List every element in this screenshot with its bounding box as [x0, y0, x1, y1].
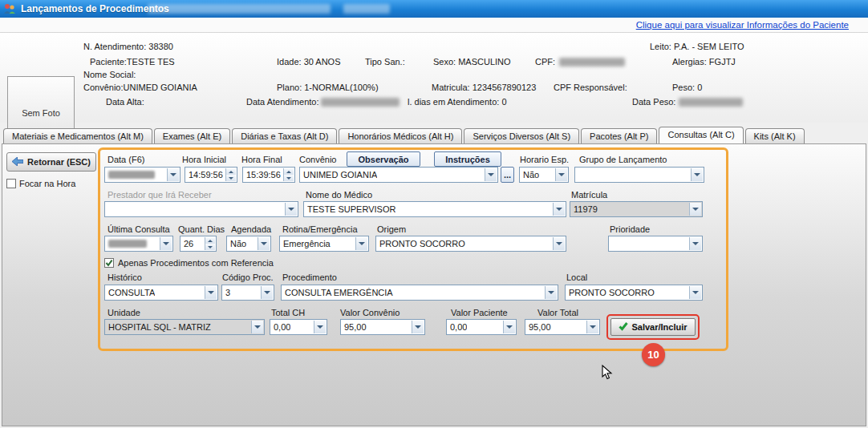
chevron-down-icon[interactable] [485, 168, 497, 181]
chevron-down-icon[interactable] [314, 321, 326, 333]
tab-kits[interactable]: Kits (Alt K) [745, 128, 805, 143]
chevron-down-icon[interactable] [503, 321, 515, 333]
chevron-down-icon[interactable] [545, 286, 557, 299]
spin-down-icon [283, 175, 294, 181]
chevron-down-icon[interactable] [251, 321, 263, 333]
data-f6-combo[interactable] [104, 167, 180, 183]
total-ch-value: 0,00 [274, 322, 290, 332]
codigo-proc-combo[interactable]: 3 [221, 285, 274, 301]
convenio-lookup-button[interactable]: ... [501, 167, 514, 183]
chevron-down-icon[interactable] [205, 286, 217, 299]
dias-atendimento-value: l. dias em Atendimento: 0 [408, 97, 507, 107]
chevron-down-icon[interactable] [689, 286, 701, 299]
nome-medico-combo[interactable]: TESTE SUPERVISOR [303, 201, 566, 217]
redacted-title-text [148, 4, 331, 14]
historico-combo[interactable]: CONSULTA [104, 285, 218, 301]
tab-honorarios-medicos[interactable]: Honorários Médicos (Alt H) [339, 128, 462, 143]
cpf-responsavel-label: CPF Responsável: [554, 83, 627, 92]
apenas-referencia-checkbox[interactable] [104, 258, 114, 268]
tab-bar: Materiais e Medicamentos (Alt M) Exames … [3, 127, 805, 143]
tab-pacotes[interactable]: Pacotes (Alt P) [581, 128, 657, 143]
chevron-down-icon[interactable] [355, 237, 367, 250]
valor-convenio-combo[interactable]: 95,00 [340, 319, 425, 335]
procedimento-combo[interactable]: CONSULTA EMERGÊNCIA [281, 285, 558, 301]
chevron-down-icon[interactable] [586, 321, 598, 333]
tab-servicos-diversos[interactable]: Serviços Diversos (Alt S) [464, 128, 579, 143]
spinner-buttons[interactable] [283, 168, 294, 181]
chevron-down-icon[interactable] [285, 203, 297, 216]
spin-up-icon [205, 237, 215, 244]
peso-value: Peso: 0 [672, 83, 702, 92]
observacao-button[interactable]: Observação [347, 151, 420, 167]
spinner-buttons[interactable] [205, 237, 215, 250]
horario-esp-combo[interactable]: Não [519, 167, 569, 183]
mouse-cursor [602, 365, 613, 382]
codigo-proc-value: 3 [225, 288, 230, 297]
alergias-value: Alergias: FGJTJ [672, 57, 736, 67]
prestador-label: Prestador que Irá Receber [107, 190, 212, 200]
tab-consultas[interactable]: Consultas (Alt C) [659, 127, 743, 143]
prioridade-combo[interactable] [608, 236, 703, 252]
tab-diarias-taxas[interactable]: Diárias e Taxas (Alt D) [232, 128, 337, 143]
valor-total-combo[interactable]: 95,00 [525, 319, 600, 335]
quant-dias-value: 26 [184, 239, 193, 248]
nome-medico-label: Nome do Médico [306, 190, 372, 200]
rotina-emergencia-label: Rotina/Emergência [282, 224, 358, 234]
data-peso-label: Data Peso: [632, 97, 675, 107]
chevron-down-icon[interactable] [691, 168, 703, 181]
agendada-combo[interactable]: Não [226, 236, 271, 252]
ultima-consulta-label: Última Consulta [107, 224, 170, 234]
ultima-consulta-combo[interactable] [104, 236, 173, 252]
chevron-down-icon[interactable] [553, 237, 565, 250]
matricula-combo[interactable]: 11979 [570, 201, 703, 217]
local-combo[interactable]: PRONTO SOCORRO [565, 285, 703, 301]
paciente-value: Paciente:TESTE TES [90, 57, 175, 67]
valor-paciente-label: Valor Paciente [451, 308, 508, 317]
chevron-down-icon[interactable] [261, 286, 273, 299]
agendada-value: Não [230, 239, 246, 248]
chevron-down-icon[interactable] [553, 203, 565, 216]
redacted-date-value [108, 171, 155, 179]
spinner-buttons[interactable] [225, 168, 236, 181]
unidade-value: HOSPITAL SQL - MATRIZ [108, 322, 211, 332]
data-atendimento-label: Data Atendimento: [246, 97, 319, 107]
back-arrow-icon [12, 157, 23, 168]
unidade-combo[interactable]: HOSPITAL SQL - MATRIZ [104, 319, 265, 335]
instrucoes-button[interactable]: Instruções [434, 151, 501, 167]
chevron-down-icon[interactable] [555, 168, 567, 181]
chevron-down-icon[interactable] [160, 237, 172, 250]
patient-info-link[interactable]: Clique aqui para visualizar Informações … [636, 20, 849, 30]
total-ch-combo[interactable]: 0,00 [270, 319, 327, 335]
hora-inicial-label: Hora Inicial [182, 155, 226, 164]
origem-combo[interactable]: PRONTO SOCORRO [375, 236, 566, 252]
procedimento-label: Procedimento [282, 273, 337, 282]
tab-materiais-medicamentos[interactable]: Materiais e Medicamentos (Alt M) [3, 128, 152, 143]
valor-paciente-combo[interactable]: 0,00 [446, 319, 517, 335]
chevron-down-icon[interactable] [167, 168, 179, 181]
tipo-sanguineo-label: Tipo San.: [365, 57, 405, 67]
chevron-down-icon[interactable] [689, 203, 701, 216]
convenio-label: Convênio [299, 155, 336, 164]
horario-esp-value: Não [523, 170, 539, 180]
return-button[interactable]: Retornar (ESC) [6, 152, 96, 172]
chevron-down-icon[interactable] [689, 237, 701, 250]
focar-na-hora-label: Focar na Hora [19, 179, 75, 188]
redacted-data-atendimento [321, 98, 400, 107]
hora-final-spinner[interactable]: 15:39:56 [242, 167, 295, 183]
prestador-combo[interactable] [104, 201, 298, 217]
chevron-down-icon[interactable] [258, 237, 270, 250]
rotina-emergencia-combo[interactable]: Emergência [279, 236, 369, 252]
tab-exames[interactable]: Exames (Alt E) [154, 128, 230, 143]
spin-up-icon [283, 168, 294, 175]
valor-convenio-value: 95,00 [344, 322, 367, 332]
historico-label: Histórico [107, 273, 142, 282]
convenio-combo[interactable]: UNIMED GOIANIA [299, 167, 498, 183]
salvar-incluir-button[interactable]: Salvar/Incluir [610, 318, 696, 336]
codigo-proc-label: Código Proc. [222, 273, 274, 282]
quant-dias-spinner[interactable]: 26 [180, 236, 217, 252]
chevron-down-icon[interactable] [412, 321, 424, 333]
unidade-label: Unidade [107, 308, 140, 317]
focar-na-hora-checkbox[interactable] [6, 179, 16, 188]
hora-inicial-spinner[interactable]: 14:59:56 [185, 167, 237, 183]
grupo-lancamento-combo[interactable] [574, 167, 704, 183]
